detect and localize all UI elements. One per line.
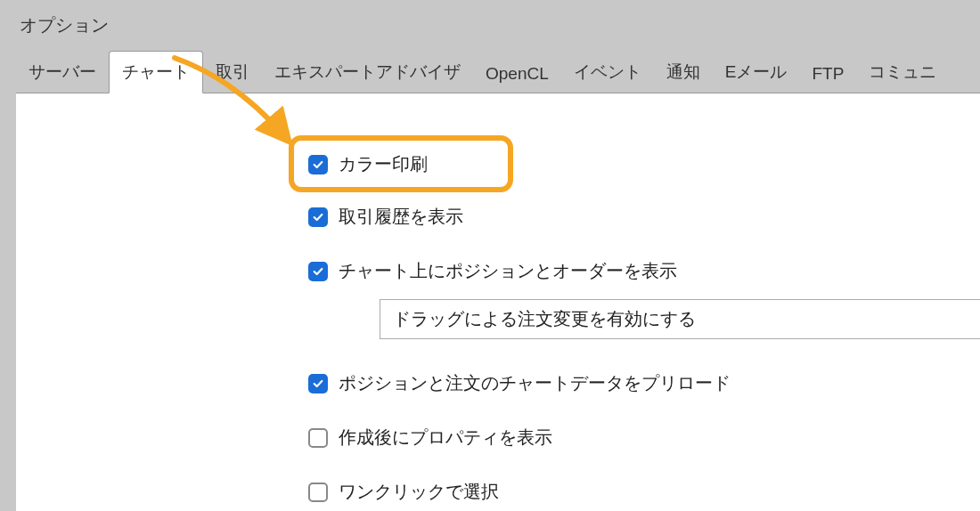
input-drag-order-modify[interactable]: ドラッグによる注文変更を有効にする — [380, 299, 980, 339]
tab-event[interactable]: イベント — [561, 52, 654, 93]
tab-ftp[interactable]: FTP — [799, 55, 856, 93]
check-icon — [312, 377, 324, 390]
option-show-trade-history[interactable]: 取引履歴を表示 — [308, 205, 980, 229]
option-label: カラー印刷 — [339, 152, 428, 176]
tab-community[interactable]: コミュニ — [856, 52, 949, 93]
sub-option-drag-order: ドラッグによる注文変更を有効にする — [50, 299, 980, 339]
tab-notification[interactable]: 通知 — [654, 52, 713, 93]
option-label: 取引履歴を表示 — [339, 205, 463, 229]
tab-email[interactable]: Eメール — [713, 52, 800, 93]
option-show-properties-after-create[interactable]: 作成後にプロパティを表示 — [308, 426, 980, 450]
option-label: チャート上にポジションとオーダーを表示 — [339, 259, 677, 283]
tab-server[interactable]: サーバー — [16, 52, 109, 93]
tab-expert-advisor[interactable]: エキスパートアドバイザ — [262, 52, 473, 93]
tab-opencl[interactable]: OpenCL — [473, 55, 561, 93]
tab-trade[interactable]: 取引 — [203, 52, 262, 93]
check-icon — [312, 211, 324, 223]
options-dialog: オプション サーバー チャート 取引 エキスパートアドバイザ OpenCL イベ… — [4, 0, 980, 511]
option-preload-chart-data[interactable]: ポジションと注文のチャートデータをプリロード — [308, 371, 980, 395]
checkbox-show-properties[interactable] — [308, 428, 328, 448]
chart-options-list: カラー印刷 取引履歴を表示 チャート上にポジションとオーダーを表示 — [16, 93, 980, 283]
tab-content: カラー印刷 取引履歴を表示 チャート上にポジションとオーダーを表示 ドラッグによ… — [16, 93, 980, 511]
checkbox-show-positions-orders[interactable] — [308, 262, 328, 281]
tabbar: サーバー チャート 取引 エキスパートアドバイザ OpenCL イベント 通知 … — [4, 50, 980, 93]
check-icon — [312, 265, 324, 278]
checkbox-one-click-select[interactable] — [308, 483, 328, 502]
checkbox-preload-chart-data[interactable] — [308, 374, 328, 393]
checkbox-show-trade-history[interactable] — [308, 207, 328, 227]
window-title: オプション — [20, 13, 109, 37]
option-label: 作成後にプロパティを表示 — [339, 426, 552, 450]
chart-options-list-2: ポジションと注文のチャートデータをプリロード 作成後にプロパティを表示 ワンクリ… — [16, 371, 980, 504]
option-label: ポジションと注文のチャートデータをプリロード — [339, 371, 731, 395]
option-label: ワンクリックで選択 — [339, 480, 499, 504]
checkbox-color-print[interactable] — [308, 155, 328, 174]
tab-chart[interactable]: チャート — [109, 51, 203, 93]
option-color-print[interactable]: カラー印刷 — [308, 152, 980, 176]
check-icon — [312, 158, 324, 171]
option-show-positions-orders[interactable]: チャート上にポジションとオーダーを表示 — [308, 259, 980, 283]
titlebar: オプション — [4, 0, 980, 50]
option-one-click-select[interactable]: ワンクリックで選択 — [308, 480, 980, 504]
